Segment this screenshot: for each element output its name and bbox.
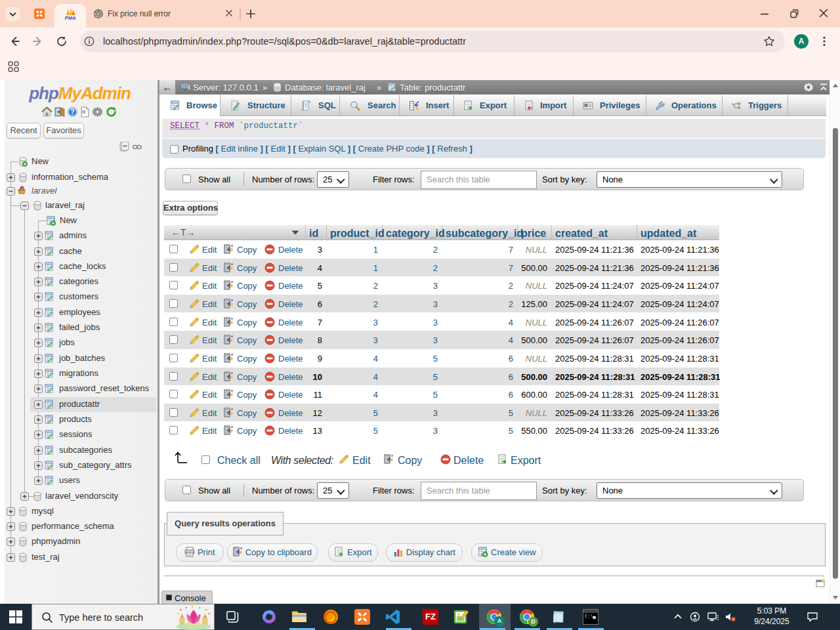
svg-text:PMA: PMA xyxy=(65,15,76,20)
svg-text:?: ? xyxy=(70,108,74,116)
